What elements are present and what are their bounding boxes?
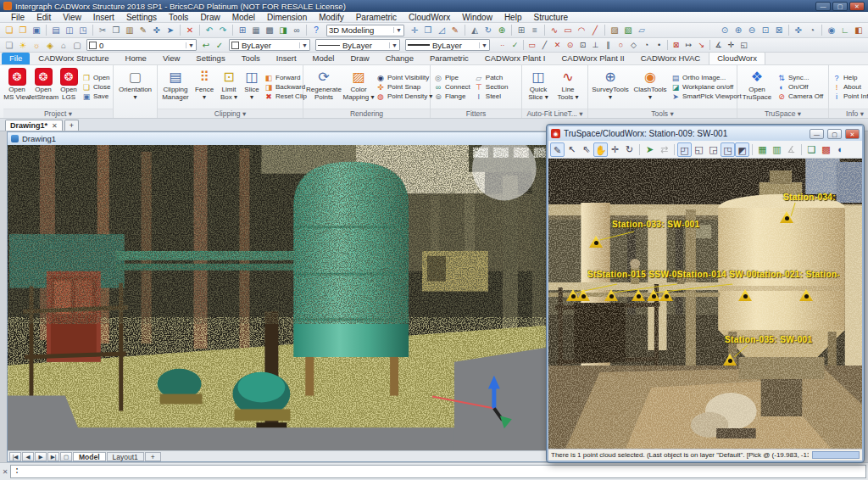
group-footer-autofit[interactable]: Auto-Fit LineT... ▾ xyxy=(522,109,587,118)
layer-new-icon[interactable]: ▢ xyxy=(70,39,84,52)
snap-polar-icon[interactable]: ∡ xyxy=(712,39,725,51)
rectangle-icon[interactable]: ▭ xyxy=(561,24,575,36)
new-document-tab-button[interactable]: + xyxy=(64,120,79,131)
move-view-icon[interactable]: ✛ xyxy=(608,142,622,157)
next-layout-icon[interactable]: ▶ xyxy=(35,452,47,461)
measure-icon[interactable]: ∡ xyxy=(784,142,798,157)
reset-clip-button[interactable]: ✖ Reset Clip xyxy=(264,92,307,101)
move-icon[interactable]: ✛ xyxy=(408,24,421,36)
layer-lock-icon[interactable]: ◈ xyxy=(43,39,57,52)
truspace-viewport[interactable]: Station-034: Station-033: SW-001 StStati… xyxy=(548,159,862,449)
tab-settings[interactable]: Settings xyxy=(188,53,232,64)
group-footer-project[interactable]: Project ▾ xyxy=(3,109,113,118)
snap-center-icon[interactable]: ⊙ xyxy=(564,39,576,51)
tab-cadworx-structure[interactable]: CADWorx Structure xyxy=(31,53,116,64)
menu-item[interactable]: Edit xyxy=(31,13,57,22)
camera-off-button[interactable]: ⊘ Camera Off xyxy=(777,92,823,101)
truspace-maximize-button[interactable]: ▢ xyxy=(827,129,842,139)
point-visibility-button[interactable]: ◉ Point Visibility xyxy=(376,74,432,82)
snap-perpendicular-icon[interactable]: ⊥ xyxy=(589,39,602,51)
properties-paint-icon[interactable]: ✎ xyxy=(448,24,462,36)
color-dropdown[interactable]: ByLayer ▼ xyxy=(229,39,310,51)
pan-hand-icon[interactable]: ✋ xyxy=(593,142,608,157)
save-icon[interactable]: ▣ xyxy=(30,24,43,36)
delete-icon[interactable]: ✕ xyxy=(183,24,197,36)
menu-item[interactable]: View xyxy=(57,13,87,22)
look-around-icon[interactable]: ◔ xyxy=(805,24,819,36)
pan-icon[interactable]: ✜ xyxy=(792,24,805,36)
select-cursor-icon[interactable]: ↖ xyxy=(565,142,579,157)
project-close-button[interactable]: ❏ Close xyxy=(82,83,110,92)
truspace-titlebar[interactable]: ◉ TruSpace/CloudWorx: Station-009: SW-00… xyxy=(548,126,862,141)
clip-forward-button[interactable]: ◧ Forward xyxy=(264,74,307,82)
snap-off-icon[interactable]: ⊠ xyxy=(670,39,682,51)
select-add-cursor-icon[interactable]: ⇖ xyxy=(579,142,593,157)
tab-model[interactable]: Model xyxy=(73,452,106,461)
snap-3d-icon[interactable]: ◱ xyxy=(737,39,750,51)
line-tools-button[interactable]: ∿ Line Tools ▾ xyxy=(554,66,582,108)
group-footer-rendering[interactable]: Rendering xyxy=(303,109,430,118)
select-similar-icon[interactable]: ➤ xyxy=(164,24,177,36)
close-button[interactable]: ✕ xyxy=(849,2,865,11)
tab-cadworx-hvac[interactable]: CADWorx HVAC xyxy=(633,53,708,64)
snap-quadrant-icon[interactable]: ◇ xyxy=(627,39,640,51)
regenerate-points-button[interactable]: ⟳ Regenerate Points xyxy=(305,66,342,108)
about-button[interactable]: ! About xyxy=(832,83,868,92)
truspace-close-button[interactable]: ✕ xyxy=(845,129,860,139)
snap-nearest-icon[interactable]: ╱ xyxy=(538,39,551,51)
array-icon[interactable]: ⊞ xyxy=(515,24,528,36)
connect-button[interactable]: ∞ Connect xyxy=(434,83,470,92)
smartpick-viewport-button[interactable]: ➤ SmartPick Viewport xyxy=(671,92,742,101)
viewports-icon[interactable]: ⊞ xyxy=(236,24,249,36)
e-transmit-icon[interactable]: ∞ xyxy=(290,24,303,36)
hatch-icon[interactable]: ▨ xyxy=(608,24,621,36)
menu-item[interactable]: File xyxy=(5,13,31,22)
rainbow-palette-icon[interactable]: ▩ xyxy=(819,142,833,157)
project-open-button[interactable]: ❐ Open xyxy=(82,74,110,82)
render-view-icon[interactable]: ◧ xyxy=(852,24,865,36)
snap-track-icon[interactable]: ✛ xyxy=(725,39,737,51)
paste-icon[interactable]: ▥ xyxy=(123,24,136,36)
mirror-icon[interactable]: ◭ xyxy=(468,24,481,36)
view-fit-icon[interactable]: ◰ xyxy=(677,142,692,157)
send-to-cad-icon[interactable]: ➤ xyxy=(643,142,657,157)
open-jetstream-button[interactable]: ❂ Open JetStream xyxy=(30,66,57,108)
clash-tools-button[interactable]: ◉ ClashTools ▾ xyxy=(632,66,669,108)
screen-color-icon[interactable]: ❑ xyxy=(804,142,819,157)
menu-item[interactable]: CloudWorx xyxy=(403,13,456,22)
open-document-icon[interactable]: ❐ xyxy=(16,24,30,36)
align-icon[interactable]: ⊕ xyxy=(495,24,509,36)
snap-extension-icon[interactable]: ↦ xyxy=(682,39,695,51)
menu-item[interactable]: Insert xyxy=(87,13,120,22)
menu-item[interactable]: Window xyxy=(456,13,498,22)
tab-cadworx-plant-2[interactable]: CADWorx Plant II xyxy=(554,53,632,64)
plot-icon[interactable]: ▤ xyxy=(49,24,63,36)
workspace-dropdown[interactable]: 3D Modeling ▼ xyxy=(326,25,404,36)
tab-cloudworx[interactable]: CloudWorx xyxy=(709,52,765,64)
workplane-button[interactable]: ◪ Workplane on/off xyxy=(671,83,742,92)
visibility-eye-icon[interactable]: ◉ xyxy=(825,24,838,36)
snap-node-icon[interactable]: ⊡ xyxy=(576,39,589,51)
station-label-cluster[interactable]: StStation-015 SSW-0Station-014 SW-00tati… xyxy=(587,270,840,279)
linetype-dropdown[interactable]: ByLayer ▼ xyxy=(315,39,400,51)
prev-layout-icon[interactable]: ◀ xyxy=(22,452,34,461)
view-full-icon[interactable]: ◩ xyxy=(735,142,749,157)
image-attach-icon[interactable]: ▦ xyxy=(249,24,263,36)
ortho-image-button[interactable]: ▤ Ortho Image... xyxy=(671,74,742,82)
tab-file[interactable]: File xyxy=(2,53,30,64)
markup-tool-icon[interactable]: ✎ xyxy=(550,142,565,157)
sync-button[interactable]: ⇅ Sync... xyxy=(777,74,823,82)
menu-item[interactable]: Modify xyxy=(313,13,349,22)
snap-tangent-icon[interactable]: ◔ xyxy=(640,39,653,51)
offset-icon[interactable]: ≡ xyxy=(528,24,542,36)
polyline-icon[interactable]: ∿ xyxy=(548,24,561,36)
document-tab-drawing1[interactable]: Drawing1* ✕ xyxy=(5,120,63,131)
clipping-manager-button[interactable]: ▤ Clipping Manager xyxy=(159,66,192,108)
view-pan-mode-icon[interactable]: ◱ xyxy=(692,142,706,157)
open-lgs-button[interactable]: ❂ Open LGS xyxy=(58,66,80,108)
contrast-icon[interactable]: ◐ xyxy=(833,142,848,157)
maximize-button[interactable]: ▢ xyxy=(832,2,848,11)
open-ms-view-button[interactable]: ❂ Open MS View xyxy=(5,66,29,108)
clip-backward-button[interactable]: ◨ Backward xyxy=(264,83,307,92)
layer-plot-icon[interactable]: ⌂ xyxy=(57,39,70,52)
